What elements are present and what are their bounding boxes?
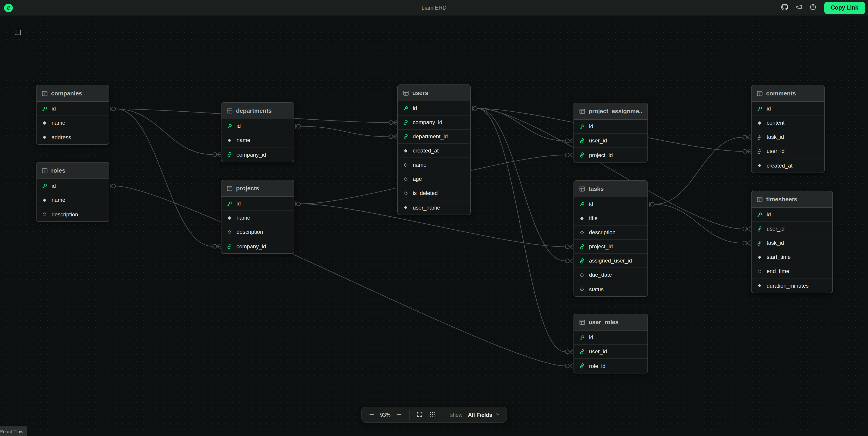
erd-canvas[interactable]: companies id name address roles id name bbox=[0, 0, 868, 436]
column-row[interactable]: description bbox=[221, 225, 293, 239]
column-row[interactable]: age bbox=[398, 172, 470, 186]
column-row[interactable]: task_id bbox=[751, 130, 824, 144]
column-row[interactable]: id bbox=[574, 197, 647, 211]
column-row[interactable]: name bbox=[36, 193, 109, 207]
table-header[interactable]: project_assignme... bbox=[574, 103, 647, 120]
react-flow-attribution[interactable]: React Flow bbox=[0, 427, 27, 436]
column-name: user_id bbox=[589, 348, 607, 355]
table-name: users bbox=[412, 90, 428, 96]
column-row[interactable]: description bbox=[36, 207, 109, 221]
column-row[interactable]: id bbox=[221, 119, 293, 133]
column-row[interactable]: id bbox=[398, 101, 470, 116]
sidebar-toggle-button[interactable] bbox=[13, 28, 23, 38]
primary-key-icon bbox=[756, 106, 763, 112]
table-node-project_assignments[interactable]: project_assignme... id user_id project_i… bbox=[574, 103, 648, 162]
column-row[interactable]: department_id bbox=[398, 130, 470, 144]
table-name: roles bbox=[51, 167, 65, 174]
zoom-out-button[interactable] bbox=[366, 409, 377, 420]
column-row[interactable]: company_id bbox=[221, 239, 293, 253]
column-row[interactable]: is_deleted bbox=[398, 186, 470, 200]
table-node-companies[interactable]: companies id name address bbox=[36, 85, 109, 145]
table-header[interactable]: tasks bbox=[574, 181, 647, 197]
column-row[interactable]: content bbox=[751, 116, 824, 130]
foreign-key-icon bbox=[226, 152, 232, 157]
announcements-button[interactable] bbox=[793, 2, 804, 13]
fit-view-icon bbox=[417, 411, 423, 418]
column-name: created_at bbox=[767, 162, 793, 169]
column-row[interactable]: start_time bbox=[751, 250, 832, 264]
column-row[interactable]: user_id bbox=[751, 144, 824, 158]
column-row[interactable]: assigned_user_id bbox=[574, 254, 647, 268]
column-row[interactable]: id bbox=[221, 197, 293, 211]
help-button[interactable] bbox=[807, 2, 818, 13]
column-row[interactable]: id bbox=[574, 331, 647, 345]
column-row[interactable]: due_date bbox=[574, 268, 647, 282]
table-header[interactable]: user_roles bbox=[574, 314, 647, 331]
column-name: id bbox=[589, 123, 593, 130]
table-header[interactable]: projects bbox=[221, 180, 293, 197]
column-row[interactable]: name bbox=[36, 116, 109, 130]
table-node-user_roles[interactable]: user_roles id user_id role_id bbox=[574, 314, 648, 373]
copy-link-button[interactable]: Copy Link bbox=[824, 2, 865, 14]
fit-view-button[interactable] bbox=[414, 409, 425, 420]
column-row[interactable]: status bbox=[574, 282, 647, 296]
table-name: project_assignme... bbox=[589, 108, 643, 115]
column-row[interactable]: project_id bbox=[574, 148, 647, 162]
foreign-key-icon bbox=[579, 363, 585, 369]
column-row[interactable]: created_at bbox=[398, 144, 470, 158]
column-row[interactable]: company_id bbox=[398, 116, 470, 130]
column-row[interactable]: name bbox=[398, 158, 470, 172]
table-header[interactable]: comments bbox=[751, 85, 824, 102]
table-header[interactable]: roles bbox=[36, 162, 109, 179]
column-row[interactable]: title bbox=[574, 211, 647, 225]
primary-key-icon bbox=[226, 201, 232, 207]
table-node-roles[interactable]: roles id name description bbox=[36, 162, 109, 222]
table-header[interactable]: companies bbox=[36, 85, 109, 102]
column-row[interactable]: name bbox=[221, 211, 293, 225]
relationship-edges bbox=[0, 0, 868, 436]
table-node-departments[interactable]: departments id name company_id bbox=[221, 102, 294, 162]
column-row[interactable]: company_id bbox=[221, 148, 293, 162]
diamond-outline-icon bbox=[403, 162, 409, 168]
column-row[interactable]: end_time bbox=[751, 264, 832, 279]
column-row[interactable]: id bbox=[574, 120, 647, 134]
column-name: company_id bbox=[413, 119, 442, 126]
table-header[interactable]: users bbox=[398, 85, 470, 101]
column-row[interactable]: user_id bbox=[574, 345, 647, 359]
column-row[interactable]: user_name bbox=[398, 200, 470, 215]
tidy-up-icon bbox=[429, 411, 435, 418]
table-header[interactable]: timesheets bbox=[751, 191, 832, 208]
column-row[interactable]: task_id bbox=[751, 236, 832, 250]
table-node-users[interactable]: users id company_id department_id create… bbox=[397, 85, 471, 215]
foreign-key-icon bbox=[579, 138, 585, 144]
tidy-up-button[interactable] bbox=[427, 409, 438, 420]
column-row[interactable]: project_id bbox=[574, 240, 647, 254]
column-name: created_at bbox=[413, 148, 439, 154]
table-header[interactable]: departments bbox=[221, 103, 293, 119]
table-node-tasks[interactable]: tasks id title description project_id as… bbox=[574, 180, 648, 297]
table-node-projects[interactable]: projects id name description company_id bbox=[221, 180, 294, 254]
column-name: user_id bbox=[767, 148, 785, 154]
column-row[interactable]: id bbox=[36, 102, 109, 116]
column-row[interactable]: role_id bbox=[574, 359, 647, 373]
column-name: status bbox=[589, 286, 603, 292]
column-row[interactable]: name bbox=[221, 133, 293, 148]
github-button[interactable] bbox=[779, 2, 790, 13]
column-row[interactable]: created_at bbox=[751, 158, 824, 173]
diamond-filled-icon bbox=[41, 120, 48, 126]
show-fields-select[interactable]: All Fields bbox=[466, 409, 502, 421]
foreign-key-icon bbox=[756, 226, 763, 232]
table-node-comments[interactable]: comments id content task_id user_id crea… bbox=[751, 85, 825, 173]
column-row[interactable]: user_id bbox=[574, 134, 647, 148]
column-row[interactable]: address bbox=[36, 130, 109, 144]
zoom-in-button[interactable] bbox=[394, 409, 405, 420]
foreign-key-icon bbox=[403, 119, 409, 125]
column-row[interactable]: description bbox=[574, 225, 647, 240]
column-row[interactable]: user_id bbox=[751, 222, 832, 236]
column-row[interactable]: id bbox=[36, 179, 109, 193]
column-row[interactable]: duration_minutes bbox=[751, 279, 832, 293]
column-row[interactable]: id bbox=[751, 102, 824, 116]
column-row[interactable]: id bbox=[751, 208, 832, 222]
table-node-timesheets[interactable]: timesheets id user_id task_id start_time… bbox=[751, 191, 833, 293]
diamond-filled-icon bbox=[403, 148, 409, 154]
